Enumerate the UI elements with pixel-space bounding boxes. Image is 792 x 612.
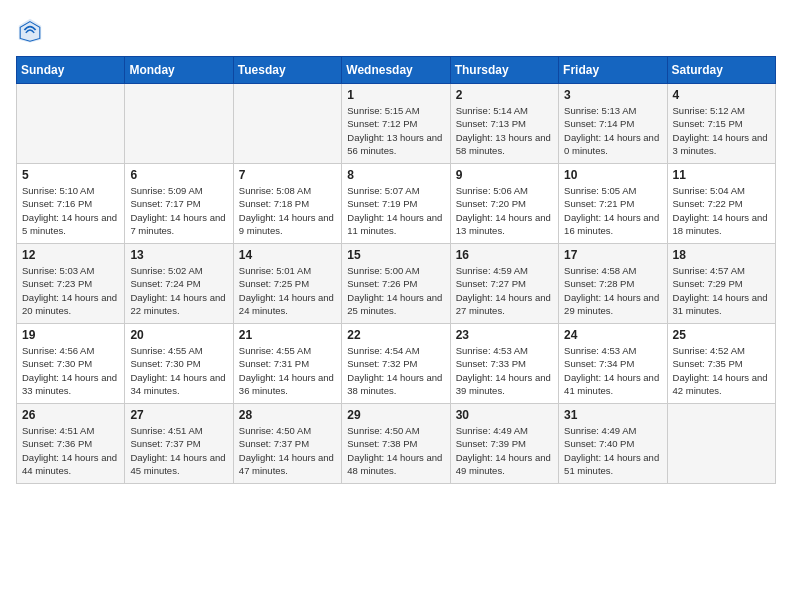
day-number: 20 — [130, 328, 227, 342]
cell-info: Sunrise: 5:07 AMSunset: 7:19 PMDaylight:… — [347, 184, 444, 237]
cell-info: Sunrise: 5:12 AMSunset: 7:15 PMDaylight:… — [673, 104, 770, 157]
calendar-header: SundayMondayTuesdayWednesdayThursdayFrid… — [17, 57, 776, 84]
cell-info: Sunrise: 5:15 AMSunset: 7:12 PMDaylight:… — [347, 104, 444, 157]
calendar-cell: 9Sunrise: 5:06 AMSunset: 7:20 PMDaylight… — [450, 164, 558, 244]
calendar-cell: 2Sunrise: 5:14 AMSunset: 7:13 PMDaylight… — [450, 84, 558, 164]
day-header-friday: Friday — [559, 57, 667, 84]
day-number: 23 — [456, 328, 553, 342]
day-number: 30 — [456, 408, 553, 422]
day-number: 26 — [22, 408, 119, 422]
cell-info: Sunrise: 4:50 AMSunset: 7:38 PMDaylight:… — [347, 424, 444, 477]
cell-info: Sunrise: 5:02 AMSunset: 7:24 PMDaylight:… — [130, 264, 227, 317]
calendar-cell: 21Sunrise: 4:55 AMSunset: 7:31 PMDayligh… — [233, 324, 341, 404]
week-row-5: 26Sunrise: 4:51 AMSunset: 7:36 PMDayligh… — [17, 404, 776, 484]
week-row-4: 19Sunrise: 4:56 AMSunset: 7:30 PMDayligh… — [17, 324, 776, 404]
calendar-cell: 1Sunrise: 5:15 AMSunset: 7:12 PMDaylight… — [342, 84, 450, 164]
calendar-cell: 27Sunrise: 4:51 AMSunset: 7:37 PMDayligh… — [125, 404, 233, 484]
calendar-cell: 16Sunrise: 4:59 AMSunset: 7:27 PMDayligh… — [450, 244, 558, 324]
calendar-cell: 7Sunrise: 5:08 AMSunset: 7:18 PMDaylight… — [233, 164, 341, 244]
calendar-cell: 22Sunrise: 4:54 AMSunset: 7:32 PMDayligh… — [342, 324, 450, 404]
week-row-1: 1Sunrise: 5:15 AMSunset: 7:12 PMDaylight… — [17, 84, 776, 164]
calendar-cell: 13Sunrise: 5:02 AMSunset: 7:24 PMDayligh… — [125, 244, 233, 324]
logo-icon — [16, 16, 44, 44]
calendar-cell: 10Sunrise: 5:05 AMSunset: 7:21 PMDayligh… — [559, 164, 667, 244]
cell-info: Sunrise: 5:03 AMSunset: 7:23 PMDaylight:… — [22, 264, 119, 317]
day-number: 19 — [22, 328, 119, 342]
calendar-cell: 18Sunrise: 4:57 AMSunset: 7:29 PMDayligh… — [667, 244, 775, 324]
cell-info: Sunrise: 5:01 AMSunset: 7:25 PMDaylight:… — [239, 264, 336, 317]
calendar-cell: 31Sunrise: 4:49 AMSunset: 7:40 PMDayligh… — [559, 404, 667, 484]
calendar-cell: 3Sunrise: 5:13 AMSunset: 7:14 PMDaylight… — [559, 84, 667, 164]
calendar-table: SundayMondayTuesdayWednesdayThursdayFrid… — [16, 56, 776, 484]
day-number: 29 — [347, 408, 444, 422]
day-number: 28 — [239, 408, 336, 422]
day-number: 10 — [564, 168, 661, 182]
cell-info: Sunrise: 4:53 AMSunset: 7:34 PMDaylight:… — [564, 344, 661, 397]
calendar-body: 1Sunrise: 5:15 AMSunset: 7:12 PMDaylight… — [17, 84, 776, 484]
cell-info: Sunrise: 4:59 AMSunset: 7:27 PMDaylight:… — [456, 264, 553, 317]
cell-info: Sunrise: 4:49 AMSunset: 7:40 PMDaylight:… — [564, 424, 661, 477]
calendar-cell: 24Sunrise: 4:53 AMSunset: 7:34 PMDayligh… — [559, 324, 667, 404]
cell-info: Sunrise: 4:55 AMSunset: 7:31 PMDaylight:… — [239, 344, 336, 397]
cell-info: Sunrise: 5:10 AMSunset: 7:16 PMDaylight:… — [22, 184, 119, 237]
cell-info: Sunrise: 4:58 AMSunset: 7:28 PMDaylight:… — [564, 264, 661, 317]
cell-info: Sunrise: 5:00 AMSunset: 7:26 PMDaylight:… — [347, 264, 444, 317]
calendar-cell: 25Sunrise: 4:52 AMSunset: 7:35 PMDayligh… — [667, 324, 775, 404]
day-number: 21 — [239, 328, 336, 342]
calendar-cell: 17Sunrise: 4:58 AMSunset: 7:28 PMDayligh… — [559, 244, 667, 324]
calendar-cell — [667, 404, 775, 484]
day-number: 24 — [564, 328, 661, 342]
day-number: 13 — [130, 248, 227, 262]
day-number: 11 — [673, 168, 770, 182]
calendar-cell — [17, 84, 125, 164]
calendar-cell — [125, 84, 233, 164]
cell-info: Sunrise: 5:04 AMSunset: 7:22 PMDaylight:… — [673, 184, 770, 237]
cell-info: Sunrise: 5:09 AMSunset: 7:17 PMDaylight:… — [130, 184, 227, 237]
day-number: 6 — [130, 168, 227, 182]
calendar-cell: 14Sunrise: 5:01 AMSunset: 7:25 PMDayligh… — [233, 244, 341, 324]
day-number: 25 — [673, 328, 770, 342]
calendar-cell — [233, 84, 341, 164]
day-number: 27 — [130, 408, 227, 422]
cell-info: Sunrise: 4:50 AMSunset: 7:37 PMDaylight:… — [239, 424, 336, 477]
day-number: 3 — [564, 88, 661, 102]
page-header — [16, 16, 776, 44]
day-header-monday: Monday — [125, 57, 233, 84]
cell-info: Sunrise: 4:53 AMSunset: 7:33 PMDaylight:… — [456, 344, 553, 397]
day-number: 15 — [347, 248, 444, 262]
day-number: 9 — [456, 168, 553, 182]
day-number: 14 — [239, 248, 336, 262]
day-number: 4 — [673, 88, 770, 102]
day-number: 22 — [347, 328, 444, 342]
calendar-cell: 5Sunrise: 5:10 AMSunset: 7:16 PMDaylight… — [17, 164, 125, 244]
cell-info: Sunrise: 5:14 AMSunset: 7:13 PMDaylight:… — [456, 104, 553, 157]
calendar-cell: 30Sunrise: 4:49 AMSunset: 7:39 PMDayligh… — [450, 404, 558, 484]
cell-info: Sunrise: 4:51 AMSunset: 7:37 PMDaylight:… — [130, 424, 227, 477]
day-header-tuesday: Tuesday — [233, 57, 341, 84]
day-header-saturday: Saturday — [667, 57, 775, 84]
day-number: 17 — [564, 248, 661, 262]
day-header-thursday: Thursday — [450, 57, 558, 84]
calendar-cell: 19Sunrise: 4:56 AMSunset: 7:30 PMDayligh… — [17, 324, 125, 404]
calendar-cell: 29Sunrise: 4:50 AMSunset: 7:38 PMDayligh… — [342, 404, 450, 484]
cell-info: Sunrise: 4:52 AMSunset: 7:35 PMDaylight:… — [673, 344, 770, 397]
day-number: 31 — [564, 408, 661, 422]
calendar-cell: 11Sunrise: 5:04 AMSunset: 7:22 PMDayligh… — [667, 164, 775, 244]
calendar-cell: 26Sunrise: 4:51 AMSunset: 7:36 PMDayligh… — [17, 404, 125, 484]
day-number: 1 — [347, 88, 444, 102]
day-number: 18 — [673, 248, 770, 262]
cell-info: Sunrise: 4:51 AMSunset: 7:36 PMDaylight:… — [22, 424, 119, 477]
header-row: SundayMondayTuesdayWednesdayThursdayFrid… — [17, 57, 776, 84]
day-number: 2 — [456, 88, 553, 102]
day-number: 8 — [347, 168, 444, 182]
day-header-sunday: Sunday — [17, 57, 125, 84]
cell-info: Sunrise: 5:13 AMSunset: 7:14 PMDaylight:… — [564, 104, 661, 157]
day-number: 7 — [239, 168, 336, 182]
week-row-2: 5Sunrise: 5:10 AMSunset: 7:16 PMDaylight… — [17, 164, 776, 244]
cell-info: Sunrise: 5:08 AMSunset: 7:18 PMDaylight:… — [239, 184, 336, 237]
day-header-wednesday: Wednesday — [342, 57, 450, 84]
logo — [16, 16, 48, 44]
calendar-cell: 6Sunrise: 5:09 AMSunset: 7:17 PMDaylight… — [125, 164, 233, 244]
day-number: 12 — [22, 248, 119, 262]
cell-info: Sunrise: 4:56 AMSunset: 7:30 PMDaylight:… — [22, 344, 119, 397]
